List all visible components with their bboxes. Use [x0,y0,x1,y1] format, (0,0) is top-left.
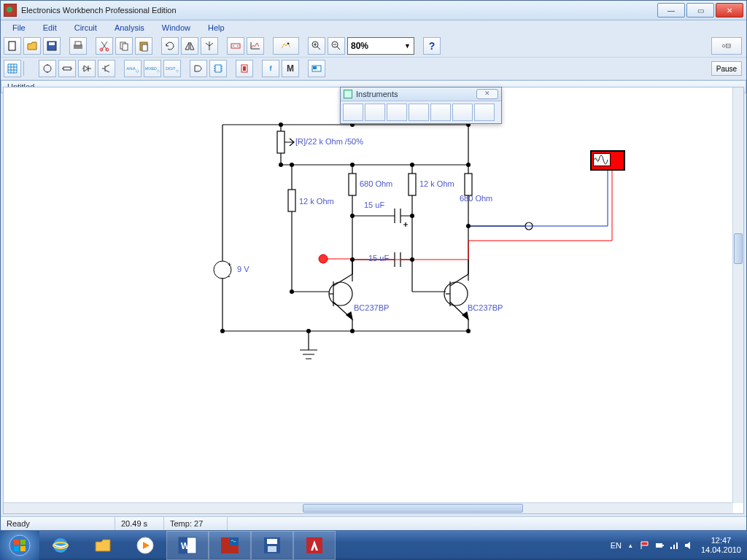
toolbar-main: 80%▼ ? [1,35,746,58]
menu-edit[interactable]: Edit [36,23,64,33]
tray-lang[interactable]: EN [611,541,622,550]
bode-plotter-icon[interactable] [409,104,429,121]
tray-volume-icon[interactable] [684,540,694,551]
instruments-titlebar[interactable]: Instruments ✕ [341,88,501,101]
logic-converter-icon[interactable] [474,104,495,121]
oscilloscope-btn-icon[interactable] [387,104,407,121]
logic-analyzer-icon[interactable] [452,104,473,121]
tray-power-icon[interactable] [654,540,665,551]
svg-rect-28 [409,174,416,195]
svg-point-34 [279,122,283,127]
svg-rect-10 [142,44,147,51]
svg-point-48 [306,329,311,333]
mixed-ic-icon[interactable]: MIXED◇ [144,60,161,77]
taskbar: W EN ▴ 12:47 14.04.2010 [0,531,747,560]
menu-window[interactable]: Window [155,23,198,33]
misc-m-icon[interactable]: M [282,60,299,77]
task-word[interactable]: W [166,531,209,560]
circuit-svg: + - [4,88,733,496]
save-icon[interactable] [43,37,61,55]
label-rleft: 12 k Ohm [299,197,334,206]
word-gen-icon[interactable] [430,104,451,121]
status-ready: Ready [1,517,115,530]
new-icon[interactable] [4,37,21,55]
label-q2: BC237BP [468,303,503,312]
rotate-icon[interactable] [161,37,179,55]
tray-expand-icon[interactable]: ▴ [629,542,632,549]
digital-ic-icon[interactable]: DIGIT◇ [163,60,181,77]
multimeter-icon[interactable] [343,104,363,121]
task-adobe[interactable] [293,531,336,560]
start-button[interactable] [0,531,39,560]
misc1-icon[interactable]: f [262,60,279,77]
close-button[interactable]: ✕ [716,3,743,18]
subcircuit-icon[interactable] [227,37,244,55]
task-mediaplayer[interactable] [124,531,166,560]
zoom-select[interactable]: 80%▼ [347,37,414,55]
svg-point-38 [290,163,294,167]
flip-v-icon[interactable] [201,37,218,55]
task-save-dialog[interactable] [251,531,293,560]
resistor-icon[interactable] [58,60,76,77]
svg-text:+: + [228,261,231,268]
display-icon[interactable] [236,60,253,77]
svg-rect-11 [231,44,240,48]
menu-circuit[interactable]: Circuit [67,23,104,33]
grid-icon[interactable] [4,60,21,77]
open-icon[interactable] [23,37,41,55]
analog-ic-icon[interactable]: ANA◇ [124,60,142,77]
horizontal-scrollbar[interactable] [4,502,733,513]
task-ie[interactable] [39,531,82,560]
svg-point-5 [100,48,103,51]
tray-network-icon[interactable] [669,540,679,551]
minimize-button[interactable]: — [657,3,685,18]
cut-icon[interactable] [96,37,113,55]
copy-icon[interactable] [115,37,133,55]
svg-rect-22 [243,66,246,71]
graph-icon[interactable] [247,37,264,55]
task-ewb[interactable] [209,531,251,560]
instruments-panel[interactable]: Instruments ✕ [340,87,502,124]
tray-time: 12:47 [701,536,741,545]
pause-button[interactable]: Pause [711,61,742,76]
zoom-out-icon[interactable] [328,37,345,55]
flip-h-icon[interactable] [181,37,198,55]
source-icon[interactable] [39,60,56,77]
simulate-switch[interactable] [711,37,742,55]
status-time: 20.49 s [115,517,164,530]
tray-flag-icon[interactable] [640,540,650,551]
label-vsource: 9 V [237,265,249,273]
label-c2: 15 uF [368,254,389,262]
svg-rect-4 [75,42,81,45]
svg-rect-0 [9,42,15,50]
tray-clock[interactable]: 12:47 14.04.2010 [701,536,741,555]
task-explorer[interactable] [82,531,124,560]
oscilloscope-icon[interactable] [590,150,625,171]
instrument-icon[interactable] [308,60,325,77]
print-icon[interactable] [69,37,87,55]
svg-rect-27 [349,174,356,195]
gate-icon[interactable] [190,60,207,77]
hscroll-thumb[interactable] [303,504,523,513]
menu-file[interactable]: File [5,23,33,33]
schematic-canvas[interactable]: + - 9 V [R]/22 k Ohm /50% 12 k Ohm 680 O… [4,88,733,503]
diode-icon[interactable] [78,60,96,77]
zoom-in-icon[interactable] [308,37,325,55]
function-gen-icon[interactable] [365,104,385,121]
instruments-close[interactable]: ✕ [476,89,498,99]
maximize-button[interactable]: ▭ [686,3,714,18]
svg-rect-69 [267,539,277,544]
transistor-icon[interactable] [98,60,115,77]
svg-point-12 [287,43,289,44]
menu-help[interactable]: Help [201,23,232,33]
vscroll-thumb[interactable] [734,233,743,264]
vertical-scrollbar[interactable] [732,88,743,503]
help-icon[interactable]: ? [423,37,441,55]
component-props-icon[interactable] [273,37,299,55]
svg-rect-74 [662,545,664,546]
chip-icon[interactable] [209,60,227,77]
paste-icon[interactable] [135,37,152,55]
zoom-value: 80% [351,41,368,51]
instruments-title: Instruments [356,90,398,98]
menu-analysis[interactable]: Analysis [107,23,152,33]
